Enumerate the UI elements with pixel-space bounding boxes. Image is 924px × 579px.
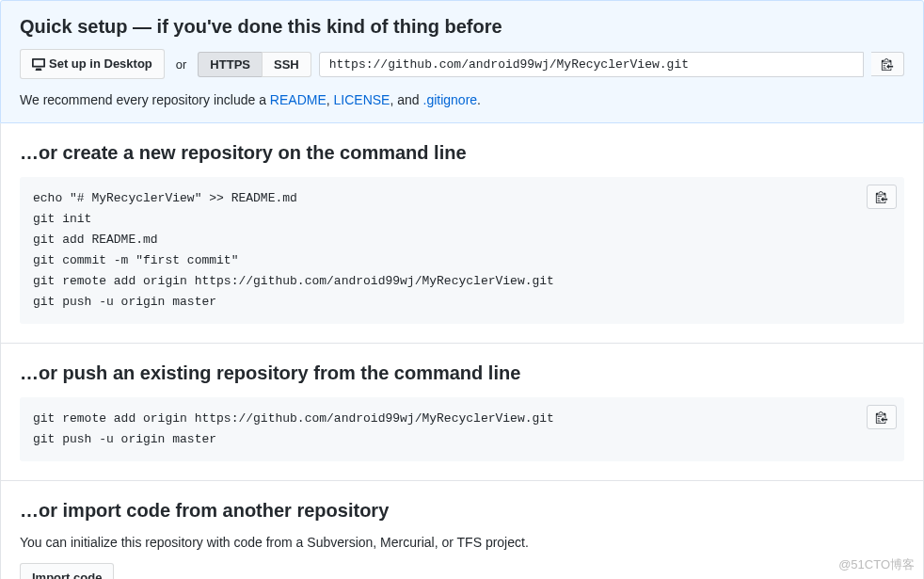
clipboard-icon bbox=[875, 410, 888, 424]
clone-url-input[interactable] bbox=[319, 52, 864, 77]
import-code-button[interactable]: Import code bbox=[20, 563, 114, 579]
clipboard-icon bbox=[875, 190, 888, 203]
push-code-text: git remote add origin https://github.com… bbox=[33, 411, 554, 446]
quick-setup-heading: Quick setup — if you've done this kind o… bbox=[20, 16, 904, 38]
comma1: , bbox=[327, 92, 334, 107]
or-text: or bbox=[172, 57, 191, 72]
copy-push-code-button[interactable] bbox=[867, 405, 897, 429]
copy-create-code-button[interactable] bbox=[867, 185, 897, 209]
desktop-icon bbox=[32, 57, 45, 71]
clipboard-icon bbox=[881, 57, 894, 71]
recommend-prefix: We recommend every repository include a bbox=[20, 92, 270, 107]
gitignore-link[interactable]: .gitignore bbox=[423, 92, 478, 107]
quick-setup-panel: Quick setup — if you've done this kind o… bbox=[0, 0, 924, 123]
push-repo-section: …or push an existing repository from the… bbox=[0, 344, 924, 481]
import-heading: …or import code from another repository bbox=[20, 500, 904, 522]
copy-url-button[interactable] bbox=[871, 52, 904, 76]
setup-row: Set up in Desktop or HTTPS SSH bbox=[20, 49, 904, 79]
create-repo-section: …or create a new repository on the comma… bbox=[0, 123, 924, 344]
setup-desktop-label: Set up in Desktop bbox=[49, 55, 152, 73]
push-repo-heading: …or push an existing repository from the… bbox=[20, 362, 904, 384]
readme-link[interactable]: README bbox=[270, 92, 327, 107]
protocol-tabs: HTTPS SSH bbox=[198, 52, 311, 77]
ssh-tab[interactable]: SSH bbox=[262, 52, 311, 77]
import-section: …or import code from another repository … bbox=[0, 481, 924, 579]
recommend-text: We recommend every repository include a … bbox=[20, 92, 904, 107]
comma2: , and bbox=[390, 92, 422, 107]
https-tab[interactable]: HTTPS bbox=[198, 52, 262, 77]
create-code-text: echo "# MyRecyclerView" >> README.md git… bbox=[33, 191, 554, 309]
setup-desktop-button[interactable]: Set up in Desktop bbox=[20, 49, 165, 79]
create-repo-heading: …or create a new repository on the comma… bbox=[20, 142, 904, 164]
import-description: You can initialize this repository with … bbox=[20, 535, 904, 550]
license-link[interactable]: LICENSE bbox=[334, 92, 390, 107]
create-repo-code: echo "# MyRecyclerView" >> README.md git… bbox=[20, 177, 904, 324]
push-repo-code: git remote add origin https://github.com… bbox=[20, 397, 904, 461]
recommend-suffix: . bbox=[477, 92, 481, 107]
watermark: @51CTO博客 bbox=[838, 556, 915, 573]
